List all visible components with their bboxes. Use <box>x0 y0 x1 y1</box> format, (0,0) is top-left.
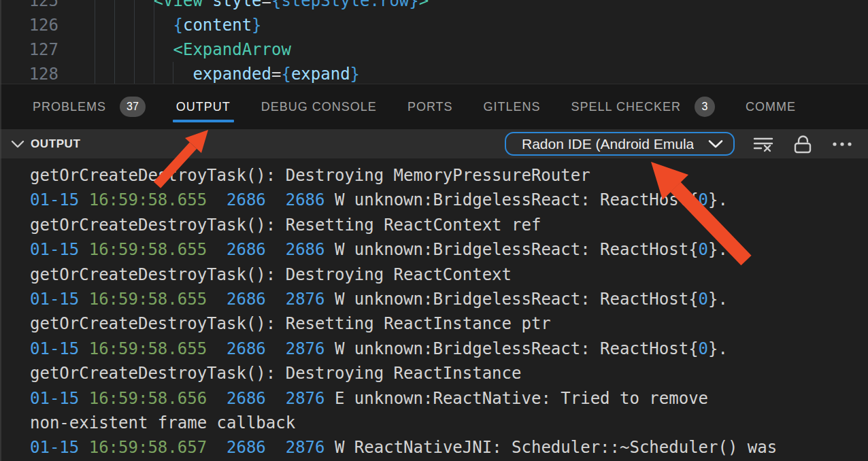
log-line: 01-15 16:59:58.655 2686 2686 W unknown:B… <box>30 188 868 212</box>
tab-label: DEBUG CONSOLE <box>261 100 377 114</box>
clear-output-icon[interactable] <box>752 135 774 154</box>
tab-gitlens[interactable]: GITLENS <box>484 84 541 129</box>
log-line: non-existent frame callback <box>30 411 868 435</box>
tab-badge: 37 <box>120 97 146 117</box>
log-line: 01-15 16:59:58.655 2686 2686 W unknown:B… <box>30 237 868 262</box>
window-left-edge <box>0 0 1 461</box>
tab-label: OUTPUT <box>176 100 231 114</box>
tab-spell-checker[interactable]: SPELL CHECKER3 <box>571 84 715 129</box>
log-line: getOrCreateDestroyTask(): Destroying Rea… <box>30 361 868 386</box>
line-number: 128 <box>0 62 59 84</box>
code-line: 126 {content} <box>0 13 868 37</box>
tab-label: COMME <box>746 100 796 114</box>
code-text: {content} <box>59 13 262 37</box>
indent-guide <box>173 62 173 84</box>
indent-guide <box>95 0 95 84</box>
tab-comme[interactable]: COMME <box>746 84 796 129</box>
unlock-icon[interactable] <box>792 134 814 154</box>
code-text: <ExpandArrow <box>59 37 291 62</box>
indent-guide <box>154 0 154 84</box>
line-number: 125 <box>0 0 59 13</box>
tab-debug-console[interactable]: DEBUG CONSOLE <box>261 84 377 129</box>
more-actions-icon[interactable] <box>831 141 853 148</box>
tab-label: PROBLEMS <box>33 100 106 114</box>
tab-label: GITLENS <box>484 100 541 114</box>
code-line: 128 expanded={expand} <box>0 62 868 84</box>
panel-tab-bar: PROBLEMS37OUTPUTDEBUG CONSOLEPORTSGITLEN… <box>0 84 868 129</box>
log-line: getOrCreateDestroyTask(): Destroying Mem… <box>30 163 868 188</box>
log-line: getOrCreateDestroyTask(): Destroying Rea… <box>30 262 868 287</box>
output-panel-header: OUTPUT Radon IDE (Android Emula <box>0 129 868 158</box>
code-text: expanded={expand} <box>59 62 360 84</box>
log-line: 01-15 16:59:58.657 2686 2876 W ReactNati… <box>30 435 868 460</box>
output-channel-dropdown[interactable]: Radon IDE (Android Emula <box>505 132 735 156</box>
code-editor[interactable]: 125 <View style={stepStyle.row}>126 {con… <box>0 0 868 84</box>
output-log[interactable]: getOrCreateDestroyTask(): Destroying Mem… <box>0 158 868 461</box>
code-line: 125 <View style={stepStyle.row}> <box>0 0 868 13</box>
indent-guide <box>114 0 115 84</box>
indent-guide <box>134 0 135 84</box>
output-channel-value: Radon IDE (Android Emula <box>522 136 694 152</box>
log-line: 01-15 16:59:58.655 2686 2876 W unknown:B… <box>30 287 868 311</box>
log-line: getOrCreateDestroyTask(): Resetting Reac… <box>30 311 868 336</box>
line-number: 126 <box>0 13 59 37</box>
editor-lines: 125 <View style={stepStyle.row}>126 {con… <box>0 0 868 84</box>
chevron-down-icon <box>707 139 724 149</box>
log-line: getOrCreateDestroyTask(): Resetting Reac… <box>30 213 868 237</box>
tab-output[interactable]: OUTPUT <box>176 84 231 129</box>
code-line: 127 <ExpandArrow <box>0 37 868 62</box>
tab-label: PORTS <box>407 100 453 114</box>
tab-problems[interactable]: PROBLEMS37 <box>33 84 146 129</box>
panel-title: OUTPUT <box>31 137 80 151</box>
tab-label: SPELL CHECKER <box>571 100 681 114</box>
tab-badge: 3 <box>695 97 715 117</box>
line-number: 127 <box>0 37 59 62</box>
log-line: 01-15 16:59:58.656 2686 2876 E unknown:R… <box>30 386 868 411</box>
log-line: 01-15 16:59:58.655 2686 2876 W unknown:B… <box>30 337 868 361</box>
tab-ports[interactable]: PORTS <box>407 84 453 129</box>
chevron-down-icon[interactable] <box>11 140 24 148</box>
header-actions: Radon IDE (Android Emula <box>505 132 853 156</box>
